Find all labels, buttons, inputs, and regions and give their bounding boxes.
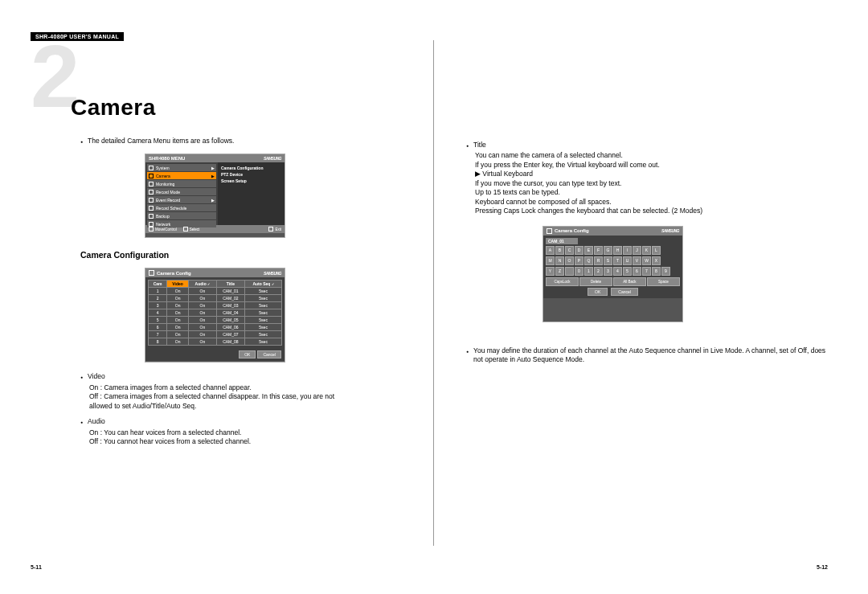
menu-label: Monitoring (156, 182, 174, 186)
kbd-key: Q (584, 256, 593, 265)
table-cell: 2 (149, 295, 167, 302)
kbd-key: 1 (584, 267, 593, 276)
menu-label: Backup (156, 214, 170, 219)
cfg-icon (547, 228, 552, 234)
chapter-title: Camera (71, 95, 156, 121)
table-cell: 5sec (245, 324, 282, 331)
kbd-titlebar: Camera Config SAMSUNG (543, 227, 682, 236)
table-header: Audio ✓ (189, 281, 216, 288)
menu-label: Event Record (156, 198, 180, 203)
table-cell: On (167, 338, 189, 346)
menu-item: Backup (147, 212, 216, 219)
table-cell: On (167, 302, 189, 309)
kbd-key: W (642, 256, 651, 265)
table-screenshot: Camera Config SAMSUNG CamVideoAudio ✓Tit… (145, 268, 285, 363)
table-cell: CAM_08 (216, 338, 245, 346)
title-bullet-label: Title (473, 141, 486, 150)
kbd-key: S (604, 256, 612, 265)
bullet-line: Off : Camera images from a selected chan… (89, 392, 386, 401)
menu-item: Camera▶ (147, 172, 216, 179)
intro-text: The detailed Camera Menu items are as fo… (88, 137, 234, 145)
table-title: Camera Config (157, 271, 191, 276)
footer-item: Move/Control (149, 227, 177, 231)
kbd-key: A (546, 246, 555, 255)
bullet-line: allowed to set Audio/Title/Auto Seq. (89, 402, 386, 411)
menu-icon (149, 206, 154, 211)
footer-icon (268, 227, 273, 231)
table-cell: 5sec (245, 317, 282, 324)
table-cell: 5sec (245, 302, 282, 309)
kbd-row: MNOPQRSTUVWX (546, 256, 680, 265)
kbd-key: K (642, 246, 651, 255)
arrow-icon: ▶ (211, 198, 215, 203)
left-bullets: VideoOn : Camera images from a selected … (80, 372, 386, 446)
title-line: You can name the camera of a selected ch… (475, 151, 828, 160)
kbd-key (565, 267, 574, 276)
menu-icon (149, 174, 154, 178)
menu-icon (149, 166, 154, 170)
table-cell: CAM_01 (216, 288, 245, 295)
kbd-key: Y (546, 267, 555, 276)
menu-item: Monitoring (147, 180, 216, 187)
samsung-logo: SAMSUNG (661, 228, 679, 233)
kbd-special-key: CapsLock (546, 277, 579, 286)
table-cell: 1 (149, 288, 167, 295)
cfg-icon (149, 270, 154, 276)
title-line: Keyboard cannot be composed of all space… (475, 198, 828, 207)
menu-sub-item: Camera Configuration (221, 165, 281, 171)
menu-label: Record Mode (156, 190, 180, 195)
kbd-key: L (652, 246, 661, 255)
menu-screenshot: SHR4080 MENU SAMSUNG System▶Camera▶Monit… (145, 154, 285, 238)
title-line: Up to 15 texts can be typed. (475, 188, 828, 197)
title-bullet: Title (466, 141, 828, 150)
menu-sub-item: Screen Setup (221, 178, 281, 184)
table-cell: 5sec (245, 288, 282, 295)
table-cell: 5 (149, 317, 167, 324)
table-header: Video (167, 281, 189, 288)
kbd-key: N (555, 256, 564, 265)
config-table: CamVideoAudio ✓TitleAuto Seq ✓1OnOnCAM_0… (148, 280, 282, 346)
kbd-key: Z (555, 267, 564, 276)
menu-icon (149, 182, 154, 186)
bullet-line: On : You can hear voices from a selected… (89, 428, 386, 437)
table-cell: On (189, 317, 216, 324)
left-column: SHR-4080P USER'S MANUAL 2 Camera The det… (0, 0, 434, 594)
table-cell: On (167, 324, 189, 331)
keyboard-screenshot: Camera Config SAMSUNG CAM_01 ABCDEFGHIJK… (542, 226, 683, 322)
section-heading: Camera Configuration (80, 250, 386, 260)
kbd-title: Camera Config (555, 228, 589, 233)
kbd-key: I (623, 246, 632, 255)
kbd-key: G (604, 246, 612, 255)
table-header: Cam (149, 281, 167, 288)
footer-label: Select (190, 227, 200, 231)
kbd-key: U (623, 256, 632, 265)
table-cell: 5sec (245, 309, 282, 317)
menu-item: Record Schedule (147, 204, 216, 211)
table-header: Title (216, 281, 245, 288)
kbd-key: M (546, 256, 555, 265)
autoseq-bullet: You may define the duration of each chan… (466, 346, 828, 365)
kbd-key: V (633, 256, 641, 265)
menu-label: Network (156, 222, 170, 227)
table-cell: On (167, 317, 189, 324)
footer-label: Exit (275, 227, 281, 231)
arrow-icon: ▶ (211, 166, 215, 170)
kbd-key: 2 (594, 267, 603, 276)
bullet-title: Video (80, 372, 386, 381)
table-cell: CAM_05 (216, 317, 245, 324)
kbd-key: X (652, 256, 661, 265)
menu-label: Record Schedule (156, 206, 186, 211)
kbd-rows: ABCDEFGHIJKLMNOPQRSTUVWXYZ 0123456789 (546, 246, 680, 276)
menu-sub-item: PTZ Device (221, 171, 281, 178)
kbd-key: O (565, 256, 574, 265)
kbd-row: ABCDEFGHIJKL (546, 246, 680, 255)
table-buttons: OKCancel (145, 348, 285, 361)
page-number-right: 5-12 (817, 564, 828, 570)
kbd-key: J (633, 246, 641, 255)
menu-left-panel: System▶Camera▶MonitoringRecord ModeEvent… (145, 162, 218, 225)
menu-icon (149, 214, 154, 219)
autoseq-text: You may define the duration of each chan… (473, 346, 828, 365)
table-body: CamVideoAudio ✓TitleAuto Seq ✓1OnOnCAM_0… (145, 277, 285, 348)
intro-bullet: The detailed Camera Menu items are as fo… (80, 137, 386, 145)
menu-item: Record Mode (147, 188, 216, 195)
